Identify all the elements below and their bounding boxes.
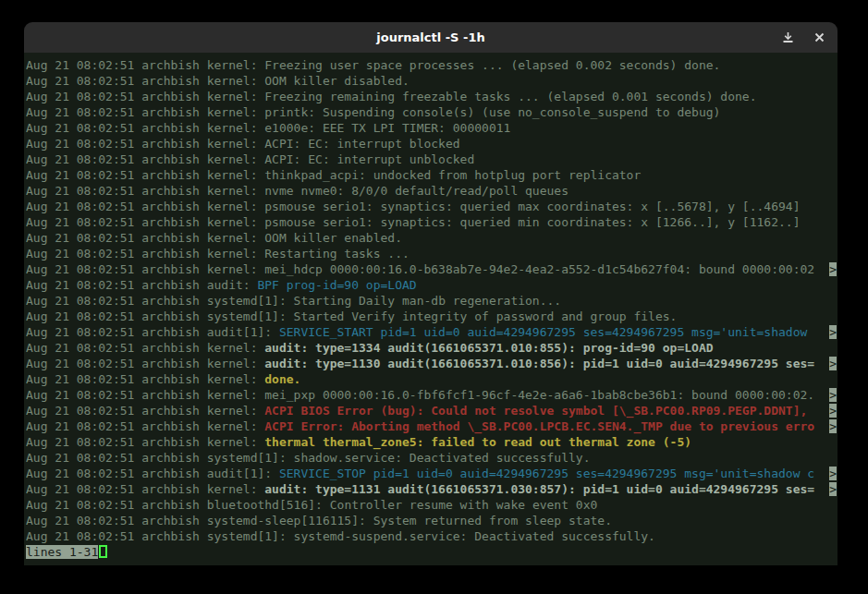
log-message: done. [264, 372, 300, 386]
log-line: Aug 21 08:02:51 archbish systemd[1]: Sta… [26, 309, 837, 324]
log-line: Aug 21 08:02:51 archbish kernel: audit: … [26, 356, 837, 371]
terminal-log: Aug 21 08:02:51 archbish kernel: Freezin… [26, 57, 837, 544]
titlebar-buttons [780, 22, 826, 53]
log-message: audit: type=1334 audit(1661065371.010:85… [264, 341, 713, 355]
log-line: Aug 21 08:02:51 archbish systemd[1]: Sta… [26, 293, 837, 309]
log-prefix: Aug 21 08:02:51 archbish kernel: [26, 74, 264, 88]
log-message: Started Verify integrity of password and… [294, 309, 678, 323]
log-line: Aug 21 08:02:51 archbish kernel: ACPI: E… [26, 152, 837, 167]
log-message: Freezing user space processes ... (elaps… [264, 58, 720, 72]
log-line: Aug 21 08:02:51 archbish kernel: mei_hdc… [26, 261, 837, 277]
log-line: Aug 21 08:02:51 archbish kernel: thinkpa… [26, 167, 837, 183]
log-prefix: Aug 21 08:02:51 archbish kernel: [26, 357, 264, 370]
truncation-marker: > [829, 357, 837, 370]
log-message: shadow.service: Deactivated successfully… [294, 451, 591, 465]
titlebar[interactable]: journalctl -S -1h [24, 22, 837, 53]
truncation-marker: > [829, 467, 837, 480]
log-prefix: Aug 21 08:02:51 archbish kernel: [26, 58, 264, 72]
log-line: Aug 21 08:02:51 archbish systemd[1]: sha… [26, 450, 837, 466]
terminal-window: journalctl -S -1h Aug 21 08:02:51 archbi… [24, 22, 837, 565]
log-prefix: Aug 21 08:02:51 archbish kernel: [26, 137, 264, 151]
log-message: ACPI BIOS Error (bug): Could not resolve… [264, 404, 814, 418]
truncation-marker: > [829, 262, 837, 276]
log-message: ACPI Error: Aborting method \_SB.PC00.LP… [264, 419, 814, 433]
log-message: OOM killer disabled. [264, 74, 410, 88]
log-prefix: Aug 21 08:02:51 archbish audit: [26, 278, 257, 292]
log-message: System returned from sleep state. [373, 514, 612, 527]
log-message: mei_pxp 0000:00:16.0-fbf6fcf1-96cf-4e2e-… [264, 388, 814, 402]
log-message: thinkpad_acpi: undocked from hotplug por… [264, 168, 641, 182]
log-line: Aug 21 08:02:51 archbish kernel: audit: … [26, 481, 837, 497]
log-message: OOM killer enabled. [264, 231, 402, 245]
log-message: psmouse serio1: synaptics: queried max c… [264, 200, 800, 213]
log-prefix: Aug 21 08:02:51 archbish kernel: [26, 247, 264, 261]
window-title: journalctl -S -1h [376, 30, 484, 44]
log-message: audit: type=1130 audit(1661065371.010:85… [264, 357, 814, 370]
log-prefix: Aug 21 08:02:51 archbish kernel: [26, 200, 264, 213]
log-prefix: Aug 21 08:02:51 archbish kernel: [26, 482, 264, 496]
log-line: Aug 21 08:02:51 archbish kernel: Freezin… [26, 89, 837, 104]
log-prefix: Aug 21 08:02:51 archbish audit[1]: [26, 467, 279, 480]
truncation-marker: > [829, 404, 837, 418]
log-line: Aug 21 08:02:51 archbish kernel: Restart… [26, 246, 837, 261]
log-prefix: Aug 21 08:02:51 archbish kernel: [26, 419, 264, 433]
log-line: Aug 21 08:02:51 archbish audit[1]: SERVI… [26, 466, 837, 481]
log-message: e1000e: EEE TX LPI TIMER: 00000011 [264, 121, 510, 135]
log-line: Aug 21 08:02:51 archbish kernel: done. [26, 371, 837, 387]
close-icon[interactable] [812, 30, 826, 45]
log-prefix: Aug 21 08:02:51 archbish kernel: [26, 231, 264, 245]
terminal-cursor [99, 545, 107, 558]
log-prefix: Aug 21 08:02:51 archbish kernel: [26, 105, 264, 119]
pager-status-line: lines 1-31 [26, 544, 837, 560]
truncation-marker: > [829, 419, 837, 433]
log-message: printk: Suspending console(s) (use no_co… [264, 105, 720, 119]
log-line: Aug 21 08:02:51 archbish kernel: e1000e:… [26, 120, 837, 136]
log-prefix: Aug 21 08:02:51 archbish systemd[1]: [26, 529, 294, 543]
log-prefix: Aug 21 08:02:51 archbish kernel: [26, 121, 264, 135]
log-line: Aug 21 08:02:51 archbish kernel: Freezin… [26, 57, 837, 73]
pager-status: lines 1-31 [26, 545, 98, 559]
log-message: Controller resume with wake event 0x0 [330, 498, 598, 512]
log-line: Aug 21 08:02:51 archbish kernel: ACPI BI… [26, 403, 837, 418]
log-prefix: Aug 21 08:02:51 archbish kernel: [26, 435, 264, 449]
log-prefix: Aug 21 08:02:51 archbish kernel: [26, 184, 264, 198]
log-line: Aug 21 08:02:51 archbish kernel: ACPI Er… [26, 418, 837, 434]
log-line: Aug 21 08:02:51 archbish kernel: printk:… [26, 104, 837, 120]
log-line: Aug 21 08:02:51 archbish kernel: psmouse… [26, 214, 837, 230]
log-message: SERVICE_START pid=1 uid=0 auid=429496729… [279, 325, 814, 339]
log-prefix: Aug 21 08:02:51 archbish kernel: [26, 152, 264, 166]
log-message: Restarting tasks ... [264, 247, 410, 261]
log-message: ACPI: EC: interrupt unblocked [264, 152, 474, 166]
terminal-screen[interactable]: Aug 21 08:02:51 archbish kernel: Freezin… [24, 53, 837, 565]
log-message: systemd-suspend.service: Deactivated suc… [294, 529, 655, 543]
log-prefix: Aug 21 08:02:51 archbish systemd-sleep[1… [26, 514, 373, 527]
truncation-marker: > [829, 482, 837, 496]
download-icon[interactable] [780, 30, 795, 45]
log-line: Aug 21 08:02:51 archbish systemd[1]: sys… [26, 528, 837, 544]
log-prefix: Aug 21 08:02:51 archbish systemd[1]: [26, 294, 294, 308]
log-message: nvme nvme0: 8/0/0 default/read/poll queu… [264, 184, 568, 198]
log-line: Aug 21 08:02:51 archbish audit[1]: SERVI… [26, 324, 837, 340]
log-message: SERVICE_STOP pid=1 uid=0 auid=4294967295… [279, 467, 814, 480]
log-message: BPF prog-id=90 op=LOAD [257, 278, 416, 292]
log-line: Aug 21 08:02:51 archbish kernel: OOM kil… [26, 73, 837, 89]
log-prefix: Aug 21 08:02:51 archbish kernel: [26, 168, 264, 182]
log-prefix: Aug 21 08:02:51 archbish kernel: [26, 388, 264, 402]
truncation-marker: > [829, 325, 837, 339]
log-line: Aug 21 08:02:51 archbish audit: BPF prog… [26, 277, 837, 293]
log-line: Aug 21 08:02:51 archbish kernel: thermal… [26, 434, 837, 450]
log-message: thermal thermal_zone5: failed to read ou… [264, 435, 691, 449]
log-message: psmouse serio1: synaptics: queried min c… [264, 215, 800, 229]
log-prefix: Aug 21 08:02:51 archbish kernel: [26, 90, 264, 103]
log-prefix: Aug 21 08:02:51 archbish kernel: [26, 341, 264, 355]
log-line: Aug 21 08:02:51 archbish systemd-sleep[1… [26, 513, 837, 528]
log-message: Freezing remaining freezable tasks ... (… [264, 90, 756, 103]
log-prefix: Aug 21 08:02:51 archbish audit[1]: [26, 325, 279, 339]
log-line: Aug 21 08:02:51 archbish bluetoothd[516]… [26, 497, 837, 513]
log-prefix: Aug 21 08:02:51 archbish kernel: [26, 215, 264, 229]
log-prefix: Aug 21 08:02:51 archbish systemd[1]: [26, 451, 294, 465]
log-line: Aug 21 08:02:51 archbish kernel: audit: … [26, 340, 837, 356]
log-line: Aug 21 08:02:51 archbish kernel: mei_pxp… [26, 387, 837, 403]
truncation-marker: > [829, 388, 837, 402]
log-prefix: Aug 21 08:02:51 archbish systemd[1]: [26, 309, 294, 323]
